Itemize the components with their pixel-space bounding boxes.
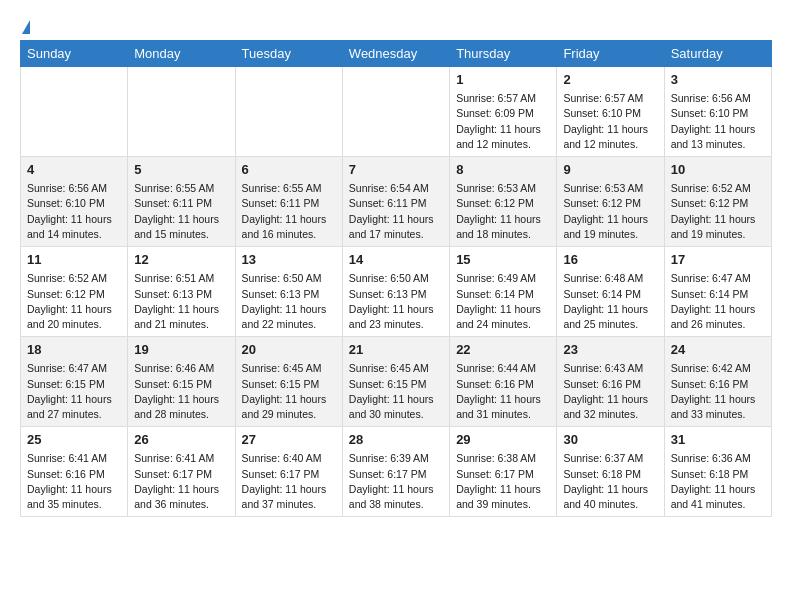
day-info: Sunrise: 6:41 AMSunset: 6:17 PMDaylight:… xyxy=(134,451,228,512)
day-number: 27 xyxy=(242,431,336,449)
day-number: 2 xyxy=(563,71,657,89)
day-info: Sunrise: 6:47 AMSunset: 6:14 PMDaylight:… xyxy=(671,271,765,332)
day-info: Sunrise: 6:56 AMSunset: 6:10 PMDaylight:… xyxy=(27,181,121,242)
day-info: Sunrise: 6:57 AMSunset: 6:09 PMDaylight:… xyxy=(456,91,550,152)
day-number: 20 xyxy=(242,341,336,359)
day-cell: 11Sunrise: 6:52 AMSunset: 6:12 PMDayligh… xyxy=(21,247,128,337)
day-info: Sunrise: 6:47 AMSunset: 6:15 PMDaylight:… xyxy=(27,361,121,422)
day-cell: 3Sunrise: 6:56 AMSunset: 6:10 PMDaylight… xyxy=(664,67,771,157)
day-info: Sunrise: 6:51 AMSunset: 6:13 PMDaylight:… xyxy=(134,271,228,332)
day-info: Sunrise: 6:39 AMSunset: 6:17 PMDaylight:… xyxy=(349,451,443,512)
day-cell: 10Sunrise: 6:52 AMSunset: 6:12 PMDayligh… xyxy=(664,157,771,247)
day-number: 14 xyxy=(349,251,443,269)
day-number: 17 xyxy=(671,251,765,269)
day-info: Sunrise: 6:55 AMSunset: 6:11 PMDaylight:… xyxy=(134,181,228,242)
day-cell: 18Sunrise: 6:47 AMSunset: 6:15 PMDayligh… xyxy=(21,337,128,427)
day-cell: 13Sunrise: 6:50 AMSunset: 6:13 PMDayligh… xyxy=(235,247,342,337)
day-number: 30 xyxy=(563,431,657,449)
day-cell: 29Sunrise: 6:38 AMSunset: 6:17 PMDayligh… xyxy=(450,427,557,517)
day-cell: 23Sunrise: 6:43 AMSunset: 6:16 PMDayligh… xyxy=(557,337,664,427)
day-cell xyxy=(128,67,235,157)
day-cell: 12Sunrise: 6:51 AMSunset: 6:13 PMDayligh… xyxy=(128,247,235,337)
day-cell xyxy=(235,67,342,157)
calendar: SundayMondayTuesdayWednesdayThursdayFrid… xyxy=(20,40,772,517)
day-info: Sunrise: 6:41 AMSunset: 6:16 PMDaylight:… xyxy=(27,451,121,512)
day-info: Sunrise: 6:45 AMSunset: 6:15 PMDaylight:… xyxy=(242,361,336,422)
day-info: Sunrise: 6:48 AMSunset: 6:14 PMDaylight:… xyxy=(563,271,657,332)
weekday-header-tuesday: Tuesday xyxy=(235,41,342,67)
day-info: Sunrise: 6:43 AMSunset: 6:16 PMDaylight:… xyxy=(563,361,657,422)
day-number: 12 xyxy=(134,251,228,269)
logo-triangle-icon xyxy=(22,20,30,34)
day-cell: 24Sunrise: 6:42 AMSunset: 6:16 PMDayligh… xyxy=(664,337,771,427)
day-cell: 27Sunrise: 6:40 AMSunset: 6:17 PMDayligh… xyxy=(235,427,342,517)
day-cell: 22Sunrise: 6:44 AMSunset: 6:16 PMDayligh… xyxy=(450,337,557,427)
week-row-2: 4Sunrise: 6:56 AMSunset: 6:10 PMDaylight… xyxy=(21,157,772,247)
weekday-header-friday: Friday xyxy=(557,41,664,67)
day-info: Sunrise: 6:55 AMSunset: 6:11 PMDaylight:… xyxy=(242,181,336,242)
weekday-header-sunday: Sunday xyxy=(21,41,128,67)
day-number: 8 xyxy=(456,161,550,179)
day-cell: 16Sunrise: 6:48 AMSunset: 6:14 PMDayligh… xyxy=(557,247,664,337)
day-cell: 26Sunrise: 6:41 AMSunset: 6:17 PMDayligh… xyxy=(128,427,235,517)
day-number: 29 xyxy=(456,431,550,449)
day-number: 9 xyxy=(563,161,657,179)
day-number: 24 xyxy=(671,341,765,359)
day-number: 13 xyxy=(242,251,336,269)
day-number: 19 xyxy=(134,341,228,359)
day-info: Sunrise: 6:50 AMSunset: 6:13 PMDaylight:… xyxy=(349,271,443,332)
day-cell: 31Sunrise: 6:36 AMSunset: 6:18 PMDayligh… xyxy=(664,427,771,517)
day-number: 6 xyxy=(242,161,336,179)
day-cell: 19Sunrise: 6:46 AMSunset: 6:15 PMDayligh… xyxy=(128,337,235,427)
day-cell: 20Sunrise: 6:45 AMSunset: 6:15 PMDayligh… xyxy=(235,337,342,427)
day-info: Sunrise: 6:42 AMSunset: 6:16 PMDaylight:… xyxy=(671,361,765,422)
week-row-5: 25Sunrise: 6:41 AMSunset: 6:16 PMDayligh… xyxy=(21,427,772,517)
day-info: Sunrise: 6:38 AMSunset: 6:17 PMDaylight:… xyxy=(456,451,550,512)
day-info: Sunrise: 6:37 AMSunset: 6:18 PMDaylight:… xyxy=(563,451,657,512)
day-info: Sunrise: 6:50 AMSunset: 6:13 PMDaylight:… xyxy=(242,271,336,332)
day-cell: 28Sunrise: 6:39 AMSunset: 6:17 PMDayligh… xyxy=(342,427,449,517)
weekday-header-saturday: Saturday xyxy=(664,41,771,67)
day-number: 22 xyxy=(456,341,550,359)
day-number: 18 xyxy=(27,341,121,359)
day-info: Sunrise: 6:40 AMSunset: 6:17 PMDaylight:… xyxy=(242,451,336,512)
week-row-4: 18Sunrise: 6:47 AMSunset: 6:15 PMDayligh… xyxy=(21,337,772,427)
day-cell: 2Sunrise: 6:57 AMSunset: 6:10 PMDaylight… xyxy=(557,67,664,157)
day-number: 26 xyxy=(134,431,228,449)
day-number: 5 xyxy=(134,161,228,179)
day-number: 7 xyxy=(349,161,443,179)
day-info: Sunrise: 6:53 AMSunset: 6:12 PMDaylight:… xyxy=(456,181,550,242)
day-cell: 8Sunrise: 6:53 AMSunset: 6:12 PMDaylight… xyxy=(450,157,557,247)
day-info: Sunrise: 6:52 AMSunset: 6:12 PMDaylight:… xyxy=(27,271,121,332)
week-row-1: 1Sunrise: 6:57 AMSunset: 6:09 PMDaylight… xyxy=(21,67,772,157)
day-number: 15 xyxy=(456,251,550,269)
day-info: Sunrise: 6:46 AMSunset: 6:15 PMDaylight:… xyxy=(134,361,228,422)
day-cell: 30Sunrise: 6:37 AMSunset: 6:18 PMDayligh… xyxy=(557,427,664,517)
day-number: 23 xyxy=(563,341,657,359)
week-row-3: 11Sunrise: 6:52 AMSunset: 6:12 PMDayligh… xyxy=(21,247,772,337)
day-number: 3 xyxy=(671,71,765,89)
weekday-header-monday: Monday xyxy=(128,41,235,67)
day-number: 25 xyxy=(27,431,121,449)
day-info: Sunrise: 6:45 AMSunset: 6:15 PMDaylight:… xyxy=(349,361,443,422)
day-number: 21 xyxy=(349,341,443,359)
day-info: Sunrise: 6:44 AMSunset: 6:16 PMDaylight:… xyxy=(456,361,550,422)
day-cell: 17Sunrise: 6:47 AMSunset: 6:14 PMDayligh… xyxy=(664,247,771,337)
day-cell: 5Sunrise: 6:55 AMSunset: 6:11 PMDaylight… xyxy=(128,157,235,247)
logo xyxy=(20,20,30,30)
day-info: Sunrise: 6:53 AMSunset: 6:12 PMDaylight:… xyxy=(563,181,657,242)
weekday-header-wednesday: Wednesday xyxy=(342,41,449,67)
day-cell: 15Sunrise: 6:49 AMSunset: 6:14 PMDayligh… xyxy=(450,247,557,337)
weekday-header-thursday: Thursday xyxy=(450,41,557,67)
day-info: Sunrise: 6:54 AMSunset: 6:11 PMDaylight:… xyxy=(349,181,443,242)
day-number: 31 xyxy=(671,431,765,449)
day-cell: 4Sunrise: 6:56 AMSunset: 6:10 PMDaylight… xyxy=(21,157,128,247)
day-cell: 9Sunrise: 6:53 AMSunset: 6:12 PMDaylight… xyxy=(557,157,664,247)
day-info: Sunrise: 6:56 AMSunset: 6:10 PMDaylight:… xyxy=(671,91,765,152)
day-info: Sunrise: 6:49 AMSunset: 6:14 PMDaylight:… xyxy=(456,271,550,332)
day-number: 10 xyxy=(671,161,765,179)
day-cell xyxy=(21,67,128,157)
day-info: Sunrise: 6:52 AMSunset: 6:12 PMDaylight:… xyxy=(671,181,765,242)
day-info: Sunrise: 6:36 AMSunset: 6:18 PMDaylight:… xyxy=(671,451,765,512)
day-number: 1 xyxy=(456,71,550,89)
